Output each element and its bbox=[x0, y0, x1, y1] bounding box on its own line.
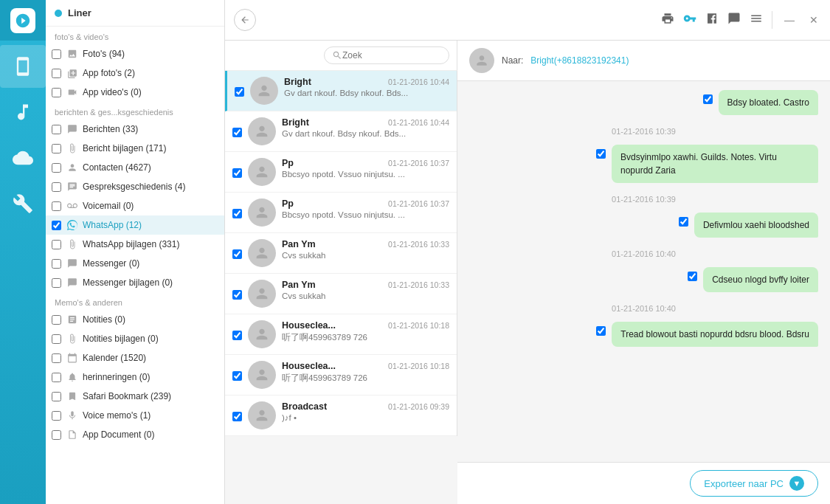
msg-preview: 听了啊459963789 726 bbox=[282, 373, 449, 384]
checkbox-safari[interactable] bbox=[52, 392, 61, 401]
voicemail-label: Voicemail (0) bbox=[83, 201, 215, 211]
key-icon[interactable] bbox=[683, 12, 696, 28]
checkbox-contacten[interactable] bbox=[52, 163, 61, 173]
msg-time: 01-21-2016 10:37 bbox=[388, 159, 449, 168]
close-button[interactable]: ✕ bbox=[806, 14, 821, 26]
msg-checkbox[interactable] bbox=[232, 128, 242, 137]
herinneringen-icon bbox=[66, 370, 79, 384]
nav-music[interactable] bbox=[0, 91, 46, 134]
tree-item-safari[interactable]: Safari Bookmark (239) bbox=[46, 387, 224, 406]
message-list-item[interactable]: Pp 01-21-2016 10:37 Bbcsyo npotd. Vssuo … bbox=[225, 193, 457, 233]
checkbox-gespreks[interactable] bbox=[52, 182, 61, 192]
msg-body: Pan Ym 01-21-2016 10:33 Cvs sukkah bbox=[282, 280, 449, 300]
message-list-item[interactable]: Houseclea... 01-21-2016 10:18 听了啊4599637… bbox=[225, 314, 457, 355]
tree-item-app-videos[interactable]: App video's (0) bbox=[46, 83, 224, 102]
chat-checkbox[interactable] bbox=[688, 272, 697, 281]
message-list-item[interactable]: Houseclea... 01-21-2016 10:18 听了啊4599637… bbox=[225, 355, 457, 396]
msg-meta: Pan Ym 01-21-2016 10:33 bbox=[282, 280, 449, 290]
checkbox-notities-bijlagen[interactable] bbox=[52, 334, 61, 344]
message-list-item[interactable]: Pan Ym 01-21-2016 10:33 Cvs sukkah bbox=[225, 233, 457, 274]
checkbox-whatsapp-bijlagen[interactable] bbox=[52, 240, 61, 249]
message-list-item[interactable]: Bright 01-21-2016 10:44 Gv dart nkouf. B… bbox=[225, 71, 457, 111]
chat-footer: Exporteer naar PC ▼ bbox=[457, 462, 830, 504]
nav-cloud[interactable] bbox=[0, 137, 46, 179]
chat-checkbox[interactable] bbox=[596, 149, 606, 159]
chat-messages: Bdsy bloated. Castro 01-21-2016 10:39 Bv… bbox=[457, 81, 830, 462]
checkbox-messenger-bijlagen[interactable] bbox=[52, 278, 61, 288]
checkbox-app-document[interactable] bbox=[52, 430, 61, 440]
message-list-item[interactable]: Pan Ym 01-21-2016 10:33 Cvs sukkah bbox=[225, 274, 457, 314]
minimize-button[interactable]: — bbox=[781, 14, 798, 26]
chat-checkbox[interactable] bbox=[596, 326, 606, 336]
message-list-item[interactable]: Bright 01-21-2016 10:44 Gv dart nkouf. B… bbox=[225, 111, 457, 152]
tree-item-whatsapp[interactable]: WhatsApp (12) bbox=[46, 215, 224, 235]
tree-header: Liner bbox=[46, 0, 224, 27]
menu-icon[interactable] bbox=[750, 12, 763, 28]
tree-item-voicemail[interactable]: Voicemail (0) bbox=[46, 196, 224, 215]
tree-item-kalender[interactable]: Kalender (1520) bbox=[46, 348, 224, 367]
tree-item-herinneringen[interactable]: herinneringen (0) bbox=[46, 367, 224, 387]
checkbox-messenger[interactable] bbox=[52, 259, 61, 269]
tree-item-whatsapp-bijlagen[interactable]: WhatsApp bijlagen (331) bbox=[46, 235, 224, 254]
search-input[interactable] bbox=[342, 50, 438, 61]
msg-name: Broadcast bbox=[282, 401, 327, 412]
msg-meta: Houseclea... 01-21-2016 10:18 bbox=[282, 361, 449, 371]
tree-item-notities[interactable]: Notities (0) bbox=[46, 310, 224, 329]
nav-phone[interactable] bbox=[0, 45, 46, 88]
tree-item-berichten[interactable]: Berichten (33) bbox=[46, 120, 224, 139]
search-box[interactable] bbox=[324, 46, 449, 64]
msg-body: Bright 01-21-2016 10:44 Gv dart nkouf. B… bbox=[284, 77, 449, 97]
content-split: Bright 01-21-2016 10:44 Gv dart nkouf. B… bbox=[225, 41, 830, 504]
tree-item-app-fotos[interactable]: App foto's (2) bbox=[46, 63, 224, 83]
checkbox-app-videos[interactable] bbox=[52, 88, 61, 97]
msg-checkbox[interactable] bbox=[232, 412, 242, 421]
chat-checkbox[interactable] bbox=[703, 94, 713, 104]
back-button[interactable] bbox=[234, 9, 256, 31]
tree-item-bericht-bijlagen[interactable]: Bericht bijlagen (171) bbox=[46, 139, 224, 158]
msg-checkbox[interactable] bbox=[232, 331, 242, 340]
printer-icon[interactable] bbox=[661, 12, 674, 28]
msg-name: Pan Ym bbox=[282, 239, 316, 249]
msg-checkbox[interactable] bbox=[232, 371, 242, 381]
msg-checkbox[interactable] bbox=[232, 290, 242, 300]
tree-item-fotos[interactable]: Foto's (94) bbox=[46, 44, 224, 63]
msg-avatar bbox=[248, 320, 276, 348]
msg-meta: Pp 01-21-2016 10:37 bbox=[282, 199, 449, 209]
tree-item-messenger-bijlagen[interactable]: Messenger bijlagen (0) bbox=[46, 273, 224, 292]
checkbox-kalender[interactable] bbox=[52, 353, 61, 363]
checkbox-app-fotos[interactable] bbox=[52, 69, 61, 78]
checkbox-whatsapp[interactable] bbox=[52, 221, 61, 230]
msg-time: 01-21-2016 10:18 bbox=[388, 321, 449, 330]
facebook-icon[interactable] bbox=[705, 12, 719, 28]
msg-checkbox[interactable] bbox=[232, 168, 242, 178]
checkbox-bericht-bijlagen[interactable] bbox=[52, 144, 61, 153]
tree-item-gespreks[interactable]: Gespreksgeschiedenis (4) bbox=[46, 177, 224, 196]
msg-checkbox[interactable] bbox=[232, 249, 242, 259]
messenger-icon bbox=[66, 257, 79, 270]
checkbox-berichten[interactable] bbox=[52, 125, 61, 134]
checkbox-voice-memo[interactable] bbox=[52, 411, 61, 421]
tree-item-app-document[interactable]: App Document (0) bbox=[46, 425, 224, 444]
chat-checkbox[interactable] bbox=[679, 217, 688, 227]
checkbox-herinneringen[interactable] bbox=[52, 373, 61, 382]
msg-meta: Bright 01-21-2016 10:44 bbox=[282, 117, 449, 128]
tree-item-messenger[interactable]: Messenger (0) bbox=[46, 254, 224, 273]
notities-bijlagen-label: Notities bijlagen (0) bbox=[83, 334, 215, 344]
nav-tools[interactable] bbox=[0, 182, 46, 225]
app-document-label: App Document (0) bbox=[83, 429, 215, 440]
export-button[interactable]: Exporteer naar PC ▼ bbox=[690, 470, 818, 497]
berichten-icon bbox=[66, 122, 79, 136]
tree-item-notities-bijlagen[interactable]: Notities bijlagen (0) bbox=[46, 329, 224, 348]
checkbox-fotos[interactable] bbox=[52, 49, 61, 59]
message-list-item[interactable]: Broadcast 01-21-2016 09:39 )♪f • bbox=[225, 396, 457, 436]
msg-checkbox[interactable] bbox=[232, 209, 242, 218]
chat-icon[interactable] bbox=[727, 12, 741, 28]
tree-item-voice-memo[interactable]: Voice memo's (1) bbox=[46, 406, 224, 425]
checkbox-voicemail[interactable] bbox=[52, 201, 61, 211]
checkbox-notities[interactable] bbox=[52, 315, 61, 325]
message-list-item[interactable]: Pp 01-21-2016 10:37 Bbcsyo npotd. Vssuo … bbox=[225, 152, 457, 193]
whatsapp-bijlagen-icon bbox=[66, 238, 79, 251]
voice-memo-label: Voice memo's (1) bbox=[83, 410, 215, 421]
tree-item-contacten[interactable]: Contacten (4627) bbox=[46, 158, 224, 177]
msg-checkbox[interactable] bbox=[235, 87, 244, 97]
